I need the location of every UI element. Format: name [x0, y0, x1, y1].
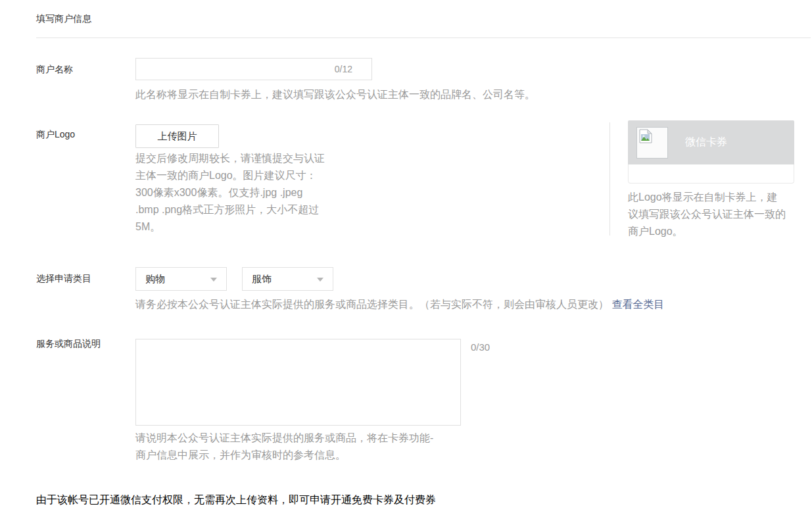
category-secondary-select[interactable]: 服饰	[242, 267, 333, 291]
card-preview-description: 此Logo将显示在自制卡券上，建 议填写跟该公众号认证主体一致的 商户Logo。	[628, 189, 794, 240]
card-preview-banner: 微信卡券	[628, 120, 794, 164]
service-description-textarea[interactable]	[135, 339, 461, 426]
upload-image-button[interactable]: 上传图片	[135, 124, 219, 148]
service-description-helper: 请说明本公众号认证主体实际提供的服务或商品，将在卡券功能- 商户信息中展示，并作…	[135, 430, 477, 464]
view-all-categories-link[interactable]: 查看全类目	[611, 299, 664, 310]
card-preview: 微信卡券 此Logo将显示在自制卡券上，建 议填写跟该公众号认证主体一致的 商户…	[628, 120, 794, 240]
category-secondary-value: 服饰	[252, 268, 272, 290]
merchant-name-input-wrap: 0/12	[135, 58, 372, 80]
card-preview-title: 微信卡券	[685, 136, 727, 149]
broken-image-icon	[638, 129, 653, 143]
merchant-name-helper: 此名称将显示在自制卡券上，建议填写跟该公众号认证主体一致的品牌名、公司名等。	[135, 86, 635, 103]
category-primary-value: 购物	[145, 268, 165, 290]
category-helper-text: 请务必按本公众号认证主体实际提供的服务或商品选择类目。（若与实际不符，则会由审核…	[135, 299, 611, 310]
category-helper: 请务必按本公众号认证主体实际提供的服务或商品选择类目。（若与实际不符，则会由审核…	[135, 296, 727, 313]
footer-notice: 由于该帐号已开通微信支付权限，无需再次上传资料，即可申请开通免费卡券及付费券	[36, 493, 436, 507]
service-description-label: 服务或商品说明	[36, 338, 101, 350]
logo-placeholder-box	[636, 127, 668, 159]
page-title: 填写商户信息	[36, 13, 91, 25]
category-label: 选择申请类目	[36, 273, 91, 285]
merchant-logo-helper: 提交后修改周期较长，请谨慎提交与认证 主体一致的商户Logo。图片建议尺寸： 3…	[135, 150, 359, 236]
merchant-logo-label: 商户Logo	[36, 129, 75, 141]
category-primary-select[interactable]: 购物	[135, 267, 227, 291]
merchant-info-form: 填写商户信息 商户名称 0/12 此名称将显示在自制卡券上，建议填写跟该公众号认…	[0, 0, 812, 525]
merchant-name-counter: 0/12	[335, 58, 352, 80]
title-divider	[36, 38, 811, 38]
card-preview-body	[628, 164, 794, 184]
vertical-divider	[609, 122, 610, 236]
merchant-name-label: 商户名称	[36, 64, 73, 76]
service-description-counter: 0/30	[471, 341, 490, 353]
chevron-down-icon	[317, 278, 323, 282]
chevron-down-icon	[210, 278, 217, 282]
